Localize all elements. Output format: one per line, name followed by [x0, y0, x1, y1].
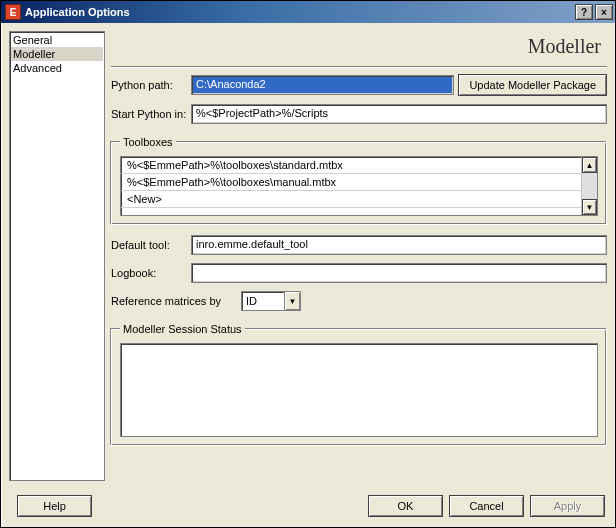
list-item[interactable]: <New> [121, 191, 581, 208]
titlebar: E Application Options ? × [1, 1, 615, 23]
start-python-label: Start Python in: [111, 108, 191, 120]
content: General Modeller Advanced Modeller Pytho… [1, 23, 615, 489]
session-status-group: Modeller Session Status [111, 323, 607, 446]
cancel-button[interactable]: Cancel [449, 495, 524, 517]
sidebar-item-advanced[interactable]: Advanced [11, 61, 103, 75]
scrollbar[interactable]: ▲ ▼ [581, 157, 597, 215]
session-status-legend: Modeller Session Status [120, 323, 245, 335]
app-options-dialog: E Application Options ? × General Modell… [0, 0, 616, 528]
sidebar: General Modeller Advanced [9, 31, 105, 481]
scroll-down-icon[interactable]: ▼ [582, 199, 597, 215]
apply-button[interactable]: Apply [530, 495, 605, 517]
scroll-up-icon[interactable]: ▲ [582, 157, 597, 173]
toolboxes-legend: Toolboxes [120, 136, 176, 148]
chevron-down-icon[interactable]: ▼ [284, 292, 300, 310]
sidebar-item-modeller[interactable]: Modeller [11, 47, 103, 61]
page-title: Modeller [111, 31, 607, 66]
footer: Help OK Cancel Apply [1, 489, 615, 527]
toolboxes-list[interactable]: %<$EmmePath>%\toolboxes\standard.mtbx %<… [120, 156, 598, 216]
default-tool-label: Default tool: [111, 239, 191, 251]
python-path-label: Python path: [111, 79, 191, 91]
python-path-input[interactable]: C:\Anaconda2 [191, 75, 454, 95]
main-panel: Modeller Python path: C:\Anaconda2 Updat… [111, 31, 607, 481]
ref-matrices-value: ID [242, 295, 284, 307]
logbook-label: Logbook: [111, 267, 191, 279]
logbook-input[interactable] [191, 263, 607, 283]
start-python-input[interactable]: %<$ProjectPath>%/Scripts [191, 104, 607, 124]
titlebar-help-button[interactable]: ? [575, 4, 593, 20]
ref-matrices-select[interactable]: ID ▼ [241, 291, 301, 311]
list-item[interactable]: %<$EmmePath>%\toolboxes\standard.mtbx [121, 157, 581, 174]
help-button[interactable]: Help [17, 495, 92, 517]
update-modeller-button[interactable]: Update Modeller Package [458, 74, 607, 96]
titlebar-close-button[interactable]: × [595, 4, 613, 20]
sidebar-item-general[interactable]: General [11, 33, 103, 47]
ok-button[interactable]: OK [368, 495, 443, 517]
session-status-box [120, 343, 598, 437]
list-item[interactable]: %<$EmmePath>%\toolboxes\manual.mtbx [121, 174, 581, 191]
app-icon: E [5, 4, 21, 20]
toolboxes-group: Toolboxes %<$EmmePath>%\toolboxes\standa… [111, 136, 607, 225]
window-title: Application Options [25, 6, 573, 18]
ref-matrices-label: Reference matrices by [111, 295, 241, 307]
default-tool-input[interactable]: inro.emme.default_tool [191, 235, 607, 255]
divider [111, 66, 607, 68]
